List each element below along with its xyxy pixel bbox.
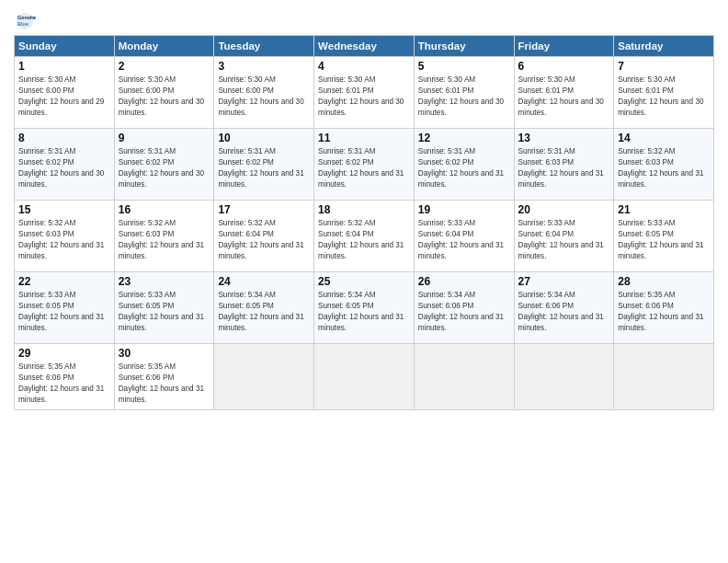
cell-content: Sunrise: 5:35 AMSunset: 6:06 PMDaylight:… xyxy=(618,291,703,332)
calendar-cell: 17Sunrise: 5:32 AMSunset: 6:04 PMDayligh… xyxy=(214,201,314,272)
col-header-monday: Monday xyxy=(114,36,214,57)
col-header-sunday: Sunday xyxy=(15,36,115,57)
calendar-cell: 4Sunrise: 5:30 AMSunset: 6:01 PMDaylight… xyxy=(314,57,415,129)
day-number: 29 xyxy=(18,347,110,360)
cell-content: Sunrise: 5:31 AMSunset: 6:02 PMDaylight:… xyxy=(18,147,104,189)
calendar-cell: 8Sunrise: 5:31 AMSunset: 6:02 PMDaylight… xyxy=(15,129,115,201)
cell-content: Sunrise: 5:30 AMSunset: 6:00 PMDaylight:… xyxy=(18,75,104,117)
day-number: 3 xyxy=(218,60,310,73)
day-number: 8 xyxy=(18,132,110,144)
calendar-cell: 3Sunrise: 5:30 AMSunset: 6:00 PMDaylight… xyxy=(214,57,314,129)
day-number: 4 xyxy=(318,60,410,73)
cell-content: Sunrise: 5:34 AMSunset: 6:05 PMDaylight:… xyxy=(318,291,404,332)
header-row: SundayMondayTuesdayWednesdayThursdayFrid… xyxy=(15,36,714,57)
day-number: 18 xyxy=(318,203,410,216)
cell-content: Sunrise: 5:31 AMSunset: 6:02 PMDaylight:… xyxy=(218,147,303,189)
day-number: 22 xyxy=(18,275,110,288)
calendar-cell: 14Sunrise: 5:32 AMSunset: 6:03 PMDayligh… xyxy=(614,129,714,201)
calendar-cell: 22Sunrise: 5:33 AMSunset: 6:05 PMDayligh… xyxy=(15,272,115,344)
day-number: 25 xyxy=(318,275,410,288)
svg-text:Blue: Blue xyxy=(17,21,28,27)
cell-content: Sunrise: 5:32 AMSunset: 6:04 PMDaylight:… xyxy=(218,219,303,260)
cell-content: Sunrise: 5:33 AMSunset: 6:05 PMDaylight:… xyxy=(119,291,204,332)
calendar-table: SundayMondayTuesdayWednesdayThursdayFrid… xyxy=(14,35,714,410)
day-number: 17 xyxy=(218,203,310,216)
day-number: 27 xyxy=(518,275,610,288)
page: General Blue SundayMondayTuesdayWednesda… xyxy=(0,0,728,563)
calendar-cell: 19Sunrise: 5:33 AMSunset: 6:04 PMDayligh… xyxy=(414,201,514,272)
week-row-2: 8Sunrise: 5:31 AMSunset: 6:02 PMDaylight… xyxy=(15,129,714,201)
cell-content: Sunrise: 5:33 AMSunset: 6:05 PMDaylight:… xyxy=(18,291,104,332)
calendar-cell: 18Sunrise: 5:32 AMSunset: 6:04 PMDayligh… xyxy=(314,201,415,272)
calendar-cell: 24Sunrise: 5:34 AMSunset: 6:05 PMDayligh… xyxy=(214,272,314,344)
calendar-cell: 25Sunrise: 5:34 AMSunset: 6:05 PMDayligh… xyxy=(314,272,415,344)
day-number: 9 xyxy=(119,132,210,144)
cell-content: Sunrise: 5:34 AMSunset: 6:06 PMDaylight:… xyxy=(418,291,504,332)
logo-icon: General Blue xyxy=(14,9,36,31)
calendar-cell: 13Sunrise: 5:31 AMSunset: 6:03 PMDayligh… xyxy=(514,129,614,201)
calendar-cell: 16Sunrise: 5:32 AMSunset: 6:03 PMDayligh… xyxy=(114,201,214,272)
day-number: 20 xyxy=(518,203,610,216)
day-number: 19 xyxy=(418,203,510,216)
day-number: 6 xyxy=(518,60,610,73)
cell-content: Sunrise: 5:33 AMSunset: 6:04 PMDaylight:… xyxy=(418,219,504,260)
calendar-cell xyxy=(414,344,514,410)
cell-content: Sunrise: 5:35 AMSunset: 6:06 PMDaylight:… xyxy=(18,362,104,404)
cell-content: Sunrise: 5:30 AMSunset: 6:01 PMDaylight:… xyxy=(518,75,604,117)
calendar-cell: 26Sunrise: 5:34 AMSunset: 6:06 PMDayligh… xyxy=(414,272,514,344)
cell-content: Sunrise: 5:34 AMSunset: 6:06 PMDaylight:… xyxy=(518,291,604,332)
day-number: 14 xyxy=(618,132,710,144)
calendar-cell: 11Sunrise: 5:31 AMSunset: 6:02 PMDayligh… xyxy=(314,129,415,201)
calendar-cell: 27Sunrise: 5:34 AMSunset: 6:06 PMDayligh… xyxy=(514,272,614,344)
cell-content: Sunrise: 5:32 AMSunset: 6:03 PMDaylight:… xyxy=(18,219,104,260)
cell-content: Sunrise: 5:35 AMSunset: 6:06 PMDaylight:… xyxy=(119,362,204,404)
calendar-cell xyxy=(614,344,714,410)
day-number: 12 xyxy=(418,132,510,144)
calendar-cell: 5Sunrise: 5:30 AMSunset: 6:01 PMDaylight… xyxy=(414,57,514,129)
header: General Blue xyxy=(14,9,714,31)
calendar-cell: 2Sunrise: 5:30 AMSunset: 6:00 PMDaylight… xyxy=(114,57,214,129)
col-header-saturday: Saturday xyxy=(614,36,714,57)
calendar-cell: 21Sunrise: 5:33 AMSunset: 6:05 PMDayligh… xyxy=(614,201,714,272)
week-row-1: 1Sunrise: 5:30 AMSunset: 6:00 PMDaylight… xyxy=(15,57,714,129)
calendar-cell: 23Sunrise: 5:33 AMSunset: 6:05 PMDayligh… xyxy=(114,272,214,344)
calendar-cell: 1Sunrise: 5:30 AMSunset: 6:00 PMDaylight… xyxy=(15,57,115,129)
week-row-4: 22Sunrise: 5:33 AMSunset: 6:05 PMDayligh… xyxy=(15,272,714,344)
cell-content: Sunrise: 5:30 AMSunset: 6:01 PMDaylight:… xyxy=(618,75,703,117)
logo: General Blue xyxy=(14,9,40,31)
cell-content: Sunrise: 5:31 AMSunset: 6:03 PMDaylight:… xyxy=(518,147,604,189)
calendar-cell xyxy=(214,344,314,410)
cell-content: Sunrise: 5:32 AMSunset: 6:03 PMDaylight:… xyxy=(618,147,703,189)
cell-content: Sunrise: 5:31 AMSunset: 6:02 PMDaylight:… xyxy=(318,147,404,189)
cell-content: Sunrise: 5:31 AMSunset: 6:02 PMDaylight:… xyxy=(119,147,204,189)
day-number: 26 xyxy=(418,275,510,288)
day-number: 21 xyxy=(618,203,710,216)
col-header-friday: Friday xyxy=(514,36,614,57)
calendar-cell: 10Sunrise: 5:31 AMSunset: 6:02 PMDayligh… xyxy=(214,129,314,201)
day-number: 11 xyxy=(318,132,410,144)
day-number: 28 xyxy=(618,275,710,288)
calendar-cell: 29Sunrise: 5:35 AMSunset: 6:06 PMDayligh… xyxy=(15,344,115,410)
calendar-cell: 15Sunrise: 5:32 AMSunset: 6:03 PMDayligh… xyxy=(15,201,115,272)
calendar-cell xyxy=(514,344,614,410)
calendar-cell xyxy=(314,344,415,410)
day-number: 5 xyxy=(418,60,510,73)
cell-content: Sunrise: 5:30 AMSunset: 6:01 PMDaylight:… xyxy=(418,75,504,117)
cell-content: Sunrise: 5:34 AMSunset: 6:05 PMDaylight:… xyxy=(218,291,303,332)
cell-content: Sunrise: 5:30 AMSunset: 6:00 PMDaylight:… xyxy=(119,75,204,117)
calendar-cell: 9Sunrise: 5:31 AMSunset: 6:02 PMDaylight… xyxy=(114,129,214,201)
col-header-wednesday: Wednesday xyxy=(314,36,415,57)
day-number: 15 xyxy=(18,203,110,216)
cell-content: Sunrise: 5:33 AMSunset: 6:05 PMDaylight:… xyxy=(618,219,703,260)
calendar-cell: 7Sunrise: 5:30 AMSunset: 6:01 PMDaylight… xyxy=(614,57,714,129)
cell-content: Sunrise: 5:30 AMSunset: 6:01 PMDaylight:… xyxy=(318,75,404,117)
day-number: 13 xyxy=(518,132,610,144)
calendar-cell: 12Sunrise: 5:31 AMSunset: 6:02 PMDayligh… xyxy=(414,129,514,201)
cell-content: Sunrise: 5:31 AMSunset: 6:02 PMDaylight:… xyxy=(418,147,504,189)
day-number: 30 xyxy=(119,347,210,360)
cell-content: Sunrise: 5:30 AMSunset: 6:00 PMDaylight:… xyxy=(218,75,303,117)
day-number: 2 xyxy=(119,60,210,73)
cell-content: Sunrise: 5:32 AMSunset: 6:03 PMDaylight:… xyxy=(119,219,204,260)
week-row-5: 29Sunrise: 5:35 AMSunset: 6:06 PMDayligh… xyxy=(15,344,714,410)
col-header-tuesday: Tuesday xyxy=(214,36,314,57)
